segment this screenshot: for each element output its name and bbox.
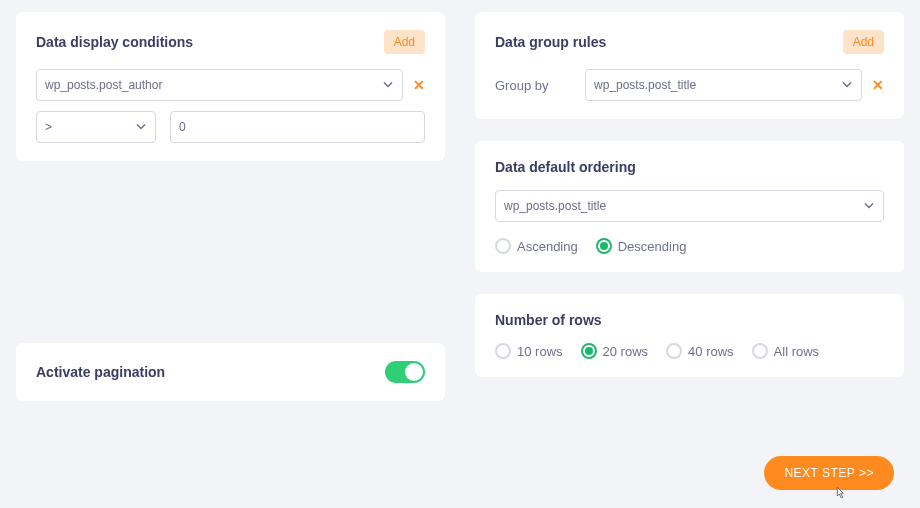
radio-icon bbox=[495, 343, 511, 359]
ordering-desc-radio[interactable]: Descending bbox=[596, 238, 687, 254]
conditions-title: Data display conditions bbox=[36, 34, 193, 50]
ordering-desc-label: Descending bbox=[618, 239, 687, 254]
rows-option-label: 10 rows bbox=[517, 344, 563, 359]
cursor-icon bbox=[832, 486, 848, 502]
conditions-card: Data display conditions Add wp_posts.pos… bbox=[16, 12, 445, 161]
rows-radio-10[interactable]: 10 rows bbox=[495, 343, 563, 359]
pagination-title: Activate pagination bbox=[36, 364, 165, 380]
group-rules-card: Data group rules Add Group by wp_posts.p… bbox=[475, 12, 904, 119]
radio-icon bbox=[666, 343, 682, 359]
rows-card: Number of rows 10 rows 20 rows 40 rows A… bbox=[475, 294, 904, 377]
ordering-asc-label: Ascending bbox=[517, 239, 578, 254]
radio-icon bbox=[752, 343, 768, 359]
rows-radio-40[interactable]: 40 rows bbox=[666, 343, 734, 359]
radio-icon bbox=[596, 238, 612, 254]
pagination-card: Activate pagination bbox=[16, 343, 445, 401]
rows-option-label: All rows bbox=[774, 344, 820, 359]
radio-icon bbox=[581, 343, 597, 359]
rows-radio-all[interactable]: All rows bbox=[752, 343, 820, 359]
ordering-card: Data default ordering wp_posts.post_titl… bbox=[475, 141, 904, 272]
rows-title: Number of rows bbox=[495, 312, 884, 328]
group-rules-add-button[interactable]: Add bbox=[843, 30, 884, 54]
rows-option-label: 40 rows bbox=[688, 344, 734, 359]
conditions-field-select[interactable]: wp_posts.post_author bbox=[36, 69, 403, 101]
radio-icon bbox=[495, 238, 511, 254]
next-step-button[interactable]: NEXT STEP >> bbox=[764, 456, 894, 490]
conditions-value-input[interactable] bbox=[170, 111, 425, 143]
conditions-add-button[interactable]: Add bbox=[384, 30, 425, 54]
conditions-remove-icon[interactable]: ✕ bbox=[413, 77, 425, 93]
ordering-asc-radio[interactable]: Ascending bbox=[495, 238, 578, 254]
group-by-label: Group by bbox=[495, 78, 575, 93]
ordering-title: Data default ordering bbox=[495, 159, 884, 175]
rows-radio-20[interactable]: 20 rows bbox=[581, 343, 649, 359]
group-rules-title: Data group rules bbox=[495, 34, 606, 50]
pagination-toggle[interactable] bbox=[385, 361, 425, 383]
rows-option-label: 20 rows bbox=[603, 344, 649, 359]
ordering-field-select[interactable]: wp_posts.post_title bbox=[495, 190, 884, 222]
group-by-select[interactable]: wp_posts.post_title bbox=[585, 69, 862, 101]
conditions-operator-select[interactable]: > bbox=[36, 111, 156, 143]
group-rules-remove-icon[interactable]: ✕ bbox=[872, 77, 884, 93]
